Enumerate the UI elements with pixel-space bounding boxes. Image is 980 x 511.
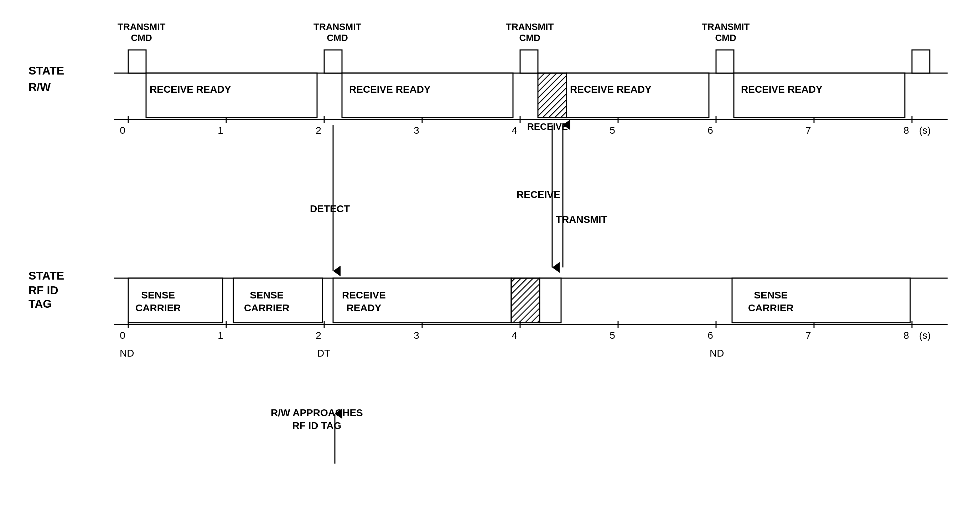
- svg-rect-22: [128, 50, 146, 73]
- rw-tick-2: 2: [316, 125, 321, 136]
- transmit-label: TRANSMIT: [556, 214, 608, 225]
- tag-axis-unit: (s): [919, 330, 931, 341]
- svg-rect-35: [511, 278, 540, 323]
- rw-tick-6: 6: [708, 125, 713, 136]
- tag-device-label: RF IDTAG: [29, 284, 59, 311]
- rw-receive-ready-3: RECEIVE READY: [570, 84, 652, 95]
- tag-tick-5: 5: [609, 330, 615, 341]
- svg-rect-30: [734, 73, 905, 118]
- tag-tick-0: 0: [120, 330, 126, 341]
- receive-tag-label: RECEIVE: [517, 189, 560, 200]
- tag-tick-3: 3: [414, 330, 419, 341]
- rw-receive-ready-2: RECEIVE READY: [349, 84, 431, 95]
- tag-receive-ready: RECEIVEREADY: [342, 289, 386, 315]
- transmit-cmd-1: TRANSMITCMD: [118, 21, 165, 43]
- rw-tick-3: 3: [414, 125, 419, 136]
- tag-sense-carrier-1: SENSECARRIER: [135, 289, 181, 315]
- rw-tick-7: 7: [805, 125, 811, 136]
- svg-rect-28: [566, 73, 709, 118]
- rw-tick-8: 8: [904, 125, 909, 136]
- rw-tick-5: 5: [609, 125, 615, 136]
- transmit-cmd-2: TRANSMITCMD: [313, 21, 361, 43]
- nd-right-label: ND: [710, 348, 724, 359]
- svg-rect-24: [324, 50, 342, 73]
- tag-tick-6: 6: [708, 330, 713, 341]
- tag-tick-2: 2: [316, 330, 321, 341]
- tag-sense-carrier-3: SENSECARRIER: [748, 289, 794, 315]
- detect-label: DETECT: [310, 203, 350, 215]
- rw-tick-4: 4: [512, 125, 517, 136]
- svg-rect-26: [520, 50, 538, 73]
- tag-tick-7: 7: [805, 330, 811, 341]
- rw-tick-1: 1: [218, 125, 223, 136]
- dt-label: DT: [317, 348, 330, 359]
- rw-approaches-label: R/W APPROACHESRF ID TAG: [271, 407, 363, 433]
- transmit-cmd-3: TRANSMITCMD: [506, 21, 554, 43]
- tag-state-label: STATE: [29, 269, 64, 283]
- tag-tick-8: 8: [904, 330, 909, 341]
- rw-receive-label: RECEIVE: [527, 121, 568, 132]
- svg-rect-36: [540, 278, 561, 323]
- rw-axis-unit: (s): [919, 125, 931, 136]
- rw-device-label: R/W: [29, 80, 51, 94]
- svg-rect-27: [538, 73, 566, 118]
- tag-tick-4: 4: [512, 330, 517, 341]
- tag-tick-1: 1: [218, 330, 223, 341]
- rw-receive-ready-1: RECEIVE READY: [150, 84, 231, 95]
- svg-rect-31: [912, 50, 930, 73]
- tag-sense-carrier-2: SENSECARRIER: [244, 289, 290, 315]
- nd-left-label: ND: [120, 348, 134, 359]
- rw-tick-0: 0: [120, 125, 126, 136]
- transmit-cmd-4: TRANSMITCMD: [702, 21, 749, 43]
- rw-receive-ready-4: RECEIVE READY: [741, 84, 822, 95]
- svg-rect-23: [146, 73, 317, 118]
- svg-rect-25: [342, 73, 513, 118]
- svg-rect-29: [716, 50, 734, 73]
- rw-state-label: STATE: [29, 64, 64, 77]
